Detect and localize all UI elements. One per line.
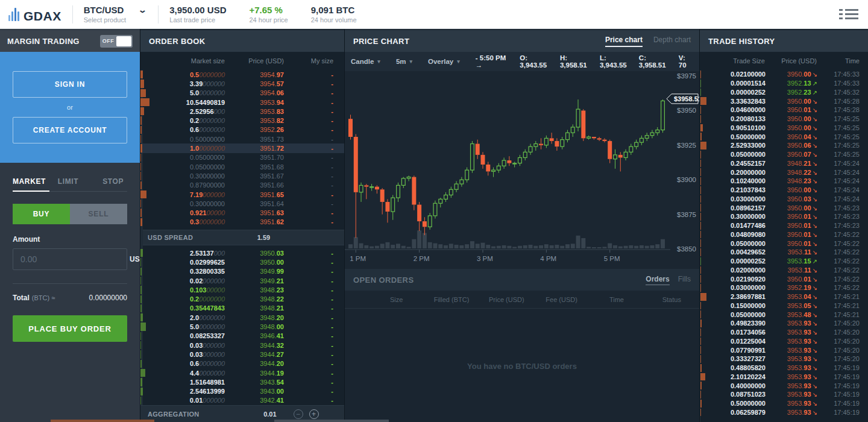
price-int: 3948. xyxy=(787,177,804,184)
tab-fills[interactable]: Fills xyxy=(678,275,691,285)
candle-up xyxy=(523,152,527,157)
order-book-ask-row[interactable]: 2.529560003953.83- xyxy=(140,107,344,116)
order-price: 3953.83 xyxy=(225,108,284,115)
order-book-bid-row[interactable]: 0.600000003944.20- xyxy=(140,359,344,368)
create-account-button[interactable]: CREATE ACCOUNT xyxy=(13,117,127,143)
total-row: Total (BTC) ≈ 0.00000000 xyxy=(13,294,127,302)
order-book-ask-row[interactable]: 0.600000003952.26- xyxy=(140,125,344,134)
price-dec: 62 xyxy=(277,218,284,225)
depth-bar xyxy=(140,107,144,115)
last-trade-price-label: Last trade price xyxy=(169,16,226,24)
order-book-bid-row[interactable]: 4.400000003944.19- xyxy=(140,368,344,377)
order-book-bid-row[interactable]: 0.020000003949.21- xyxy=(140,276,344,285)
trade-side-tick xyxy=(700,97,706,105)
tab-market[interactable]: MARKET xyxy=(13,177,49,192)
order-book-ask-row[interactable]: 0.921000003951.63- xyxy=(140,208,344,217)
order-book-ask-row[interactable]: 0.300000003951.62- xyxy=(140,218,344,227)
order-book-ask-row[interactable]: 1.000000003951.72- xyxy=(140,143,344,153)
margin-trading-toggle[interactable]: OFF xyxy=(100,35,133,48)
overlay-dropdown[interactable]: Overlay ▾ xyxy=(428,58,460,65)
order-book-bid-row[interactable]: 2.000000003948.20- xyxy=(140,313,344,322)
price-int: 3951. xyxy=(260,145,277,152)
menu-icon[interactable] xyxy=(839,7,858,22)
trade-size: 0.00000252 xyxy=(700,89,766,96)
sign-in-button[interactable]: SIGN IN xyxy=(13,71,127,98)
trade-time: 17:45:22 xyxy=(817,240,860,247)
order-book-bid-row[interactable]: 0.082533273946.41- xyxy=(140,332,344,341)
buy-button[interactable]: BUY xyxy=(13,204,70,224)
price-dec: 93 xyxy=(804,347,811,354)
order-book-ask-row[interactable]: 0.200000003953.82- xyxy=(140,116,344,125)
price-dec: 93 xyxy=(804,329,811,336)
trade-side-tick xyxy=(700,302,701,310)
trade-size: 0.21037843 xyxy=(700,186,766,194)
amount-input[interactable] xyxy=(20,254,130,264)
my-size: - xyxy=(284,145,344,152)
trade-row: 0.333273273953.93↘17:45:20 xyxy=(700,354,868,364)
volume-bar xyxy=(523,245,527,248)
order-book-ask-row[interactable]: 10.544908193953.94- xyxy=(140,98,344,107)
tab-price-chart[interactable]: Price chart xyxy=(605,36,643,47)
margin-trading-label: MARGIN TRADING xyxy=(7,37,80,46)
order-book-bid-row[interactable]: 5.000000003948.00- xyxy=(140,322,344,331)
tab-depth-chart[interactable]: Depth chart xyxy=(653,36,691,47)
trade-row: 0.500000003953.93↘17:45:19 xyxy=(700,399,868,408)
volume-bar xyxy=(423,233,427,249)
order-book-bid-row[interactable]: 0.029996253950.00- xyxy=(140,257,344,266)
interval-dropdown[interactable]: 5m ▾ xyxy=(396,58,412,65)
aggregation-decrease-button[interactable]: − xyxy=(294,409,303,419)
order-book-bid-row[interactable]: 0.200000003948.22- xyxy=(140,295,344,304)
trade-time: 17:45:20 xyxy=(817,320,860,327)
candle-down xyxy=(385,202,389,212)
order-book-bid-row[interactable]: 1.516489813943.54- xyxy=(140,377,344,386)
order-book-header: ORDER BOOK xyxy=(140,30,344,52)
depth-bar xyxy=(140,200,141,207)
trade-row: 0.046000003950.01↘17:45:28 xyxy=(700,106,868,115)
trade-side-tick xyxy=(700,239,701,247)
tab-orders[interactable]: Orders xyxy=(646,275,669,285)
price-int: 3953. xyxy=(260,117,277,124)
trade-time: 17:45:22 xyxy=(817,231,860,238)
order-book-ask-row[interactable]: 5.000000003954.06- xyxy=(140,89,344,98)
tab-stop[interactable]: STOP xyxy=(87,177,127,191)
volume-bar xyxy=(587,247,591,248)
sell-button[interactable]: SELL xyxy=(70,204,127,224)
order-book-ask-row[interactable]: 0.500000003954.97- xyxy=(140,70,344,79)
order-book-ask-row[interactable]: 0.050000003951.68- xyxy=(140,162,344,171)
order-book-bid-row[interactable]: 2.546139993943.00- xyxy=(140,387,344,396)
price-int: 3952. xyxy=(787,89,804,96)
order-book-bid-row[interactable]: 0.328003353949.99- xyxy=(140,267,344,276)
order-book-ask-row[interactable]: 0.050000003951.70- xyxy=(140,153,344,162)
volume-bar xyxy=(555,245,559,248)
order-book-ask-row[interactable]: 7.190000003951.65- xyxy=(140,190,344,199)
order-book-ask-row[interactable]: 0.300000003951.64- xyxy=(140,199,344,208)
order-book-bid-row[interactable]: 0.030000003944.27- xyxy=(140,350,344,359)
price-dec: 93 xyxy=(804,382,811,389)
order-book-bid-row[interactable]: 0.354478433948.21- xyxy=(140,304,344,313)
place-buy-order-button[interactable]: PLACE BUY ORDER xyxy=(13,315,127,342)
product-selector[interactable]: BTC/USD ⌄ Select product xyxy=(73,5,159,24)
order-book-bid-row[interactable]: 2.531370003950.03- xyxy=(140,248,344,257)
col-price: Price (USD) xyxy=(479,296,534,303)
order-book-bid-row[interactable]: 0.030000003944.32- xyxy=(140,341,344,350)
trade-time: 17:45:21 xyxy=(817,293,860,300)
candlestick-chart[interactable]: 1 PM2 PM3 PM4 PM5 PM$3975$3950$3925$3900… xyxy=(345,71,699,268)
order-book-bid-row[interactable]: 0.010000003942.41- xyxy=(140,396,344,405)
trade-time: 17:45:33 xyxy=(817,80,860,87)
order-book-ask-row[interactable]: 0.879000003951.66- xyxy=(140,181,344,190)
order-book-ask-row[interactable]: 0.500000003951.73- xyxy=(140,134,344,143)
tab-limit[interactable]: LIMIT xyxy=(49,177,86,191)
price-dec: 26 xyxy=(277,126,284,133)
order-book-ask-row[interactable]: 0.300000003951.67- xyxy=(140,171,344,180)
order-book-bid-row[interactable]: 0.103000003948.23- xyxy=(140,285,344,294)
price-dec: 23 xyxy=(277,286,284,294)
order-size: 0.50000000 xyxy=(140,136,225,143)
order-book-ask-row[interactable]: 3.390000003954.57- xyxy=(140,79,344,88)
aggregation-increase-button[interactable]: + xyxy=(309,409,319,419)
chart-type-dropdown[interactable]: Candle ▾ xyxy=(351,58,380,65)
candle-down xyxy=(423,221,427,227)
chart-svg[interactable]: 1 PM2 PM3 PM4 PM5 PM$3975$3950$3925$3900… xyxy=(345,71,699,268)
price-dec: 00 xyxy=(804,98,811,105)
price-dec: 21 xyxy=(277,277,284,285)
trade-row: 0.030000003950.03↘17:45:24 xyxy=(700,195,868,204)
